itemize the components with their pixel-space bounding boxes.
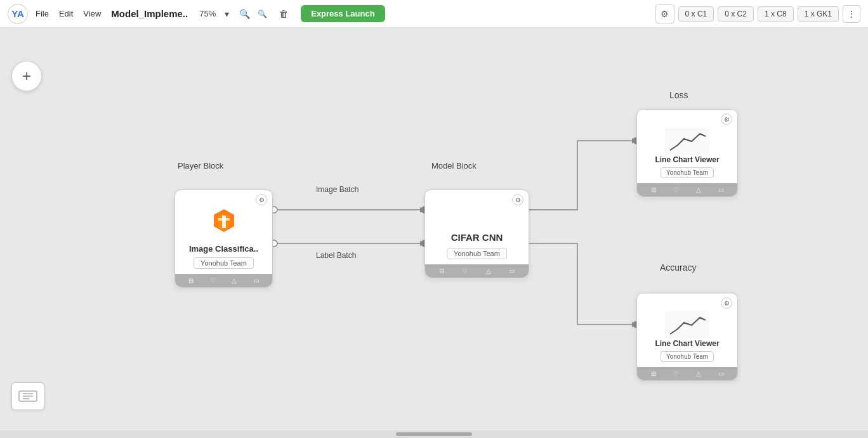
file-menu[interactable]: File xyxy=(36,9,49,18)
svg-rect-13 xyxy=(222,216,226,228)
svg-rect-16 xyxy=(665,311,709,339)
accuracy-chart-icon xyxy=(665,311,709,339)
model-footer-icon-4: ▭ xyxy=(509,267,515,274)
model-node-title: CIFAR CNN xyxy=(451,232,503,243)
loss-node-title: Line Chart Viewer xyxy=(655,155,719,164)
accuracy-node-header: ⚙ xyxy=(637,293,737,309)
image-batch-label: Image Batch xyxy=(316,185,358,194)
loss-team-badge: Yonohub Team xyxy=(661,167,714,178)
player-block-label: Player Block xyxy=(178,161,223,171)
player-node[interactable]: ⚙ Image Classifica.. Yonohub Team ⊟ ♡ △ … xyxy=(174,190,273,288)
loss-footer-4: ▭ xyxy=(718,186,724,193)
accuracy-footer-4: ▭ xyxy=(718,370,724,377)
label-batch-label: Label Batch xyxy=(316,251,356,260)
scrollbar-bottom[interactable] xyxy=(0,430,868,438)
resource-gk1[interactable]: 1 x GK1 xyxy=(798,6,839,22)
footer-icon-3: △ xyxy=(232,277,237,284)
accuracy-footer-2: ♡ xyxy=(673,370,679,377)
player-icon xyxy=(210,208,238,242)
footer-icon-4: ▭ xyxy=(253,277,259,284)
accuracy-footer-1: ⊟ xyxy=(651,370,656,377)
zoom-in-button[interactable]: 🔍 xyxy=(255,7,269,21)
accuracy-footer-3: △ xyxy=(696,370,701,377)
model-footer-icon-2: ♡ xyxy=(462,267,468,274)
right-controls: ⚙ 0 x C1 0 x C2 1 x C8 1 x GK1 ⋮ xyxy=(655,4,860,23)
view-menu[interactable]: View xyxy=(83,9,101,18)
resource-c2[interactable]: 0 x C2 xyxy=(718,6,754,22)
canvas: + Player Block Model Block Loss Accuracy… xyxy=(0,28,868,438)
express-launch-button[interactable]: Express Launch xyxy=(301,5,385,22)
zoom-dropdown[interactable]: ▾ xyxy=(220,7,233,21)
logo-button[interactable]: YA xyxy=(8,4,28,24)
zoom-controls: 75% ▾ 🔍 🔍 xyxy=(199,7,269,21)
accuracy-node-content: Line Chart Viewer Yonohub Team xyxy=(637,309,737,367)
player-node-title: Image Classifica.. xyxy=(189,244,258,254)
zoom-level: 75% xyxy=(199,9,216,18)
scrollbar-thumb xyxy=(396,432,472,436)
model-footer-icon-3: △ xyxy=(486,267,491,274)
loss-footer-1: ⊟ xyxy=(651,186,656,193)
player-node-content: Image Classifica.. Yonohub Team xyxy=(175,205,272,274)
player-team-badge: Yonohub Team xyxy=(194,257,254,269)
project-title: Model_Impleme.. xyxy=(111,8,188,19)
footer-icon-1: ⊟ xyxy=(188,277,194,284)
loss-node[interactable]: ⚙ Line Chart Viewer Yonohub Team ⊟ ♡ △ ▭ xyxy=(636,109,738,197)
model-node[interactable]: ⚙ CIFAR CNN Yonohub Team ⊟ ♡ △ ▭ xyxy=(424,190,529,278)
trash-button[interactable]: 🗑 xyxy=(277,7,291,21)
model-footer-icon-1: ⊟ xyxy=(439,267,444,274)
model-block-label: Model Block xyxy=(431,161,477,171)
accuracy-node-title: Line Chart Viewer xyxy=(655,339,719,348)
model-node-header: ⚙ xyxy=(425,190,529,205)
loss-footer-3: △ xyxy=(696,186,701,193)
resource-c1[interactable]: 0 x C1 xyxy=(678,6,714,22)
edit-menu[interactable]: Edit xyxy=(59,9,73,18)
footer-icon-2: ♡ xyxy=(210,277,216,284)
loss-node-header: ⚙ xyxy=(637,110,737,125)
model-node-content: CIFAR CNN Yonohub Team xyxy=(425,205,529,264)
loss-gear-icon[interactable]: ⚙ xyxy=(721,113,732,125)
loss-label: Loss xyxy=(669,90,688,100)
player-gear-icon[interactable]: ⚙ xyxy=(256,194,267,205)
mini-panel xyxy=(11,382,44,410)
settings-button[interactable]: ⚙ xyxy=(655,4,674,23)
svg-rect-15 xyxy=(665,127,709,155)
accuracy-node-footer: ⊟ ♡ △ ▭ xyxy=(637,367,737,380)
loss-node-content: Line Chart Viewer Yonohub Team xyxy=(637,125,737,183)
svg-rect-14 xyxy=(218,218,230,221)
accuracy-gear-icon[interactable]: ⚙ xyxy=(721,297,732,309)
accuracy-team-badge: Yonohub Team xyxy=(661,351,714,362)
menu-bar: File Edit View xyxy=(36,9,101,18)
accuracy-label: Accuracy xyxy=(660,262,697,273)
zoom-out-button[interactable]: 🔍 xyxy=(237,7,251,21)
resource-c8[interactable]: 1 x C8 xyxy=(758,6,794,22)
player-node-header: ⚙ xyxy=(175,190,272,205)
add-block-button[interactable]: + xyxy=(11,61,42,91)
loss-node-footer: ⊟ ♡ △ ▭ xyxy=(637,183,737,196)
topbar: YA File Edit View Model_Impleme.. 75% ▾ … xyxy=(0,0,868,28)
accuracy-node[interactable]: ⚙ Line Chart Viewer Yonohub Team ⊟ ♡ △ ▭ xyxy=(636,293,738,381)
model-team-badge: Yonohub Team xyxy=(447,248,507,259)
model-gear-icon[interactable]: ⚙ xyxy=(512,194,523,205)
model-node-footer: ⊟ ♡ △ ▭ xyxy=(425,264,529,278)
loss-chart-icon xyxy=(665,127,709,155)
more-options-button[interactable]: ⋮ xyxy=(843,5,860,23)
player-node-footer: ⊟ ♡ △ ▭ xyxy=(175,274,272,287)
loss-footer-2: ♡ xyxy=(673,186,679,193)
